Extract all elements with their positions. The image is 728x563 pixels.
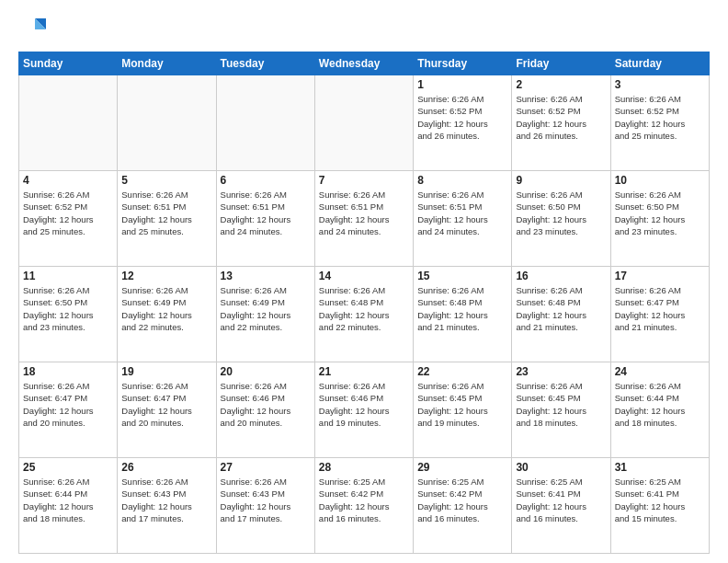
day-number: 12 — [121, 270, 211, 282]
day-number: 6 — [221, 174, 311, 187]
calendar-day-cell: 1Sunrise: 6:26 AM Sunset: 6:52 PM Daylig… — [414, 75, 512, 171]
day-info: Sunrise: 6:26 AM Sunset: 6:43 PM Dayligh… — [221, 476, 311, 524]
day-of-week-header: Saturday — [610, 52, 709, 75]
calendar-day-cell: 10Sunrise: 6:26 AM Sunset: 6:50 PM Dayli… — [610, 171, 709, 267]
calendar-day-cell — [314, 75, 413, 171]
calendar-day-cell: 22Sunrise: 6:26 AM Sunset: 6:45 PM Dayli… — [414, 362, 512, 458]
day-number: 1 — [417, 78, 507, 91]
day-number: 15 — [417, 270, 507, 282]
calendar-day-cell: 21Sunrise: 6:26 AM Sunset: 6:46 PM Dayli… — [314, 362, 413, 458]
day-info: Sunrise: 6:26 AM Sunset: 6:48 PM Dayligh… — [319, 284, 409, 333]
day-of-week-header: Thursday — [414, 52, 512, 75]
day-number: 17 — [615, 270, 705, 282]
day-info: Sunrise: 6:26 AM Sunset: 6:50 PM Dayligh… — [615, 189, 705, 237]
calendar-week-row: 1Sunrise: 6:26 AM Sunset: 6:52 PM Daylig… — [19, 75, 710, 171]
calendar-day-cell: 18Sunrise: 6:26 AM Sunset: 6:47 PM Dayli… — [19, 362, 118, 458]
header — [18, 15, 710, 42]
calendar-day-cell: 26Sunrise: 6:26 AM Sunset: 6:43 PM Dayli… — [118, 458, 216, 554]
day-number: 22 — [417, 365, 507, 378]
day-number: 23 — [516, 365, 606, 378]
day-info: Sunrise: 6:25 AM Sunset: 6:41 PM Dayligh… — [615, 476, 705, 524]
day-info: Sunrise: 6:26 AM Sunset: 6:44 PM Dayligh… — [615, 380, 705, 429]
calendar-day-cell: 12Sunrise: 6:26 AM Sunset: 6:49 PM Dayli… — [118, 267, 216, 362]
day-number: 10 — [615, 174, 705, 187]
day-number: 29 — [417, 461, 507, 474]
calendar-day-cell: 23Sunrise: 6:26 AM Sunset: 6:45 PM Dayli… — [512, 362, 610, 458]
day-number: 4 — [23, 174, 113, 187]
calendar-day-cell — [118, 75, 216, 171]
day-number: 19 — [121, 365, 211, 378]
day-info: Sunrise: 6:26 AM Sunset: 6:52 PM Dayligh… — [516, 93, 606, 142]
day-number: 21 — [319, 365, 409, 378]
calendar-day-cell: 20Sunrise: 6:26 AM Sunset: 6:46 PM Dayli… — [216, 362, 314, 458]
calendar-day-cell: 28Sunrise: 6:25 AM Sunset: 6:42 PM Dayli… — [314, 458, 413, 554]
calendar-day-cell: 11Sunrise: 6:26 AM Sunset: 6:50 PM Dayli… — [19, 267, 118, 362]
day-info: Sunrise: 6:25 AM Sunset: 6:42 PM Dayligh… — [319, 476, 409, 524]
day-info: Sunrise: 6:26 AM Sunset: 6:52 PM Dayligh… — [417, 93, 507, 142]
calendar-week-row: 4Sunrise: 6:26 AM Sunset: 6:52 PM Daylig… — [19, 171, 710, 267]
calendar-week-row: 11Sunrise: 6:26 AM Sunset: 6:50 PM Dayli… — [19, 267, 710, 362]
page: SundayMondayTuesdayWednesdayThursdayFrid… — [0, 0, 728, 563]
day-info: Sunrise: 6:26 AM Sunset: 6:45 PM Dayligh… — [417, 380, 507, 429]
calendar-day-cell: 29Sunrise: 6:25 AM Sunset: 6:42 PM Dayli… — [414, 458, 512, 554]
day-number: 9 — [516, 174, 606, 187]
calendar-day-cell — [216, 75, 314, 171]
day-number: 16 — [516, 270, 606, 282]
day-number: 28 — [319, 461, 409, 474]
day-info: Sunrise: 6:26 AM Sunset: 6:47 PM Dayligh… — [121, 380, 211, 429]
calendar-day-cell: 30Sunrise: 6:25 AM Sunset: 6:41 PM Dayli… — [512, 458, 610, 554]
day-number: 7 — [319, 174, 409, 187]
day-of-week-header: Sunday — [19, 52, 118, 75]
day-of-week-header: Wednesday — [314, 52, 413, 75]
day-info: Sunrise: 6:26 AM Sunset: 6:50 PM Dayligh… — [23, 284, 113, 333]
day-number: 31 — [615, 461, 705, 474]
calendar-day-cell: 9Sunrise: 6:26 AM Sunset: 6:50 PM Daylig… — [512, 171, 610, 267]
day-info: Sunrise: 6:26 AM Sunset: 6:43 PM Dayligh… — [121, 476, 211, 524]
calendar-day-cell: 4Sunrise: 6:26 AM Sunset: 6:52 PM Daylig… — [19, 171, 118, 267]
day-number: 20 — [221, 365, 311, 378]
day-of-week-header: Friday — [512, 52, 610, 75]
day-info: Sunrise: 6:25 AM Sunset: 6:42 PM Dayligh… — [417, 476, 507, 524]
calendar-day-cell: 14Sunrise: 6:26 AM Sunset: 6:48 PM Dayli… — [314, 267, 413, 362]
calendar-day-cell: 27Sunrise: 6:26 AM Sunset: 6:43 PM Dayli… — [216, 458, 314, 554]
day-info: Sunrise: 6:26 AM Sunset: 6:51 PM Dayligh… — [417, 189, 507, 237]
calendar-day-cell: 17Sunrise: 6:26 AM Sunset: 6:47 PM Dayli… — [610, 267, 709, 362]
day-number: 2 — [516, 78, 606, 91]
calendar-day-cell: 25Sunrise: 6:26 AM Sunset: 6:44 PM Dayli… — [19, 458, 118, 554]
logo-icon — [18, 15, 46, 42]
day-info: Sunrise: 6:26 AM Sunset: 6:52 PM Dayligh… — [23, 189, 113, 237]
day-info: Sunrise: 6:26 AM Sunset: 6:46 PM Dayligh… — [319, 380, 409, 429]
day-number: 18 — [23, 365, 113, 378]
calendar-table: SundayMondayTuesdayWednesdayThursdayFrid… — [18, 52, 710, 554]
calendar-week-row: 18Sunrise: 6:26 AM Sunset: 6:47 PM Dayli… — [19, 362, 710, 458]
calendar-day-cell: 16Sunrise: 6:26 AM Sunset: 6:48 PM Dayli… — [512, 267, 610, 362]
day-info: Sunrise: 6:26 AM Sunset: 6:45 PM Dayligh… — [516, 380, 606, 429]
day-info: Sunrise: 6:26 AM Sunset: 6:48 PM Dayligh… — [516, 284, 606, 333]
day-number: 27 — [221, 461, 311, 474]
day-number: 11 — [23, 270, 113, 282]
day-number: 24 — [615, 365, 705, 378]
day-info: Sunrise: 6:26 AM Sunset: 6:51 PM Dayligh… — [319, 189, 409, 237]
day-info: Sunrise: 6:26 AM Sunset: 6:47 PM Dayligh… — [615, 284, 705, 333]
day-of-week-header: Monday — [118, 52, 216, 75]
calendar-day-cell: 5Sunrise: 6:26 AM Sunset: 6:51 PM Daylig… — [118, 171, 216, 267]
day-number: 5 — [121, 174, 211, 187]
day-number: 14 — [319, 270, 409, 282]
day-info: Sunrise: 6:26 AM Sunset: 6:44 PM Dayligh… — [23, 476, 113, 524]
calendar-day-cell: 15Sunrise: 6:26 AM Sunset: 6:48 PM Dayli… — [414, 267, 512, 362]
day-number: 8 — [417, 174, 507, 187]
day-info: Sunrise: 6:26 AM Sunset: 6:47 PM Dayligh… — [23, 380, 113, 429]
day-info: Sunrise: 6:25 AM Sunset: 6:41 PM Dayligh… — [516, 476, 606, 524]
day-info: Sunrise: 6:26 AM Sunset: 6:50 PM Dayligh… — [516, 189, 606, 237]
calendar-day-cell: 31Sunrise: 6:25 AM Sunset: 6:41 PM Dayli… — [610, 458, 709, 554]
calendar-day-cell: 13Sunrise: 6:26 AM Sunset: 6:49 PM Dayli… — [216, 267, 314, 362]
day-number: 30 — [516, 461, 606, 474]
calendar-day-cell: 24Sunrise: 6:26 AM Sunset: 6:44 PM Dayli… — [610, 362, 709, 458]
day-info: Sunrise: 6:26 AM Sunset: 6:52 PM Dayligh… — [615, 93, 705, 142]
calendar-day-cell: 3Sunrise: 6:26 AM Sunset: 6:52 PM Daylig… — [610, 75, 709, 171]
calendar-day-cell: 19Sunrise: 6:26 AM Sunset: 6:47 PM Dayli… — [118, 362, 216, 458]
day-number: 26 — [121, 461, 211, 474]
calendar-week-row: 25Sunrise: 6:26 AM Sunset: 6:44 PM Dayli… — [19, 458, 710, 554]
day-of-week-header: Tuesday — [216, 52, 314, 75]
day-info: Sunrise: 6:26 AM Sunset: 6:51 PM Dayligh… — [221, 189, 311, 237]
